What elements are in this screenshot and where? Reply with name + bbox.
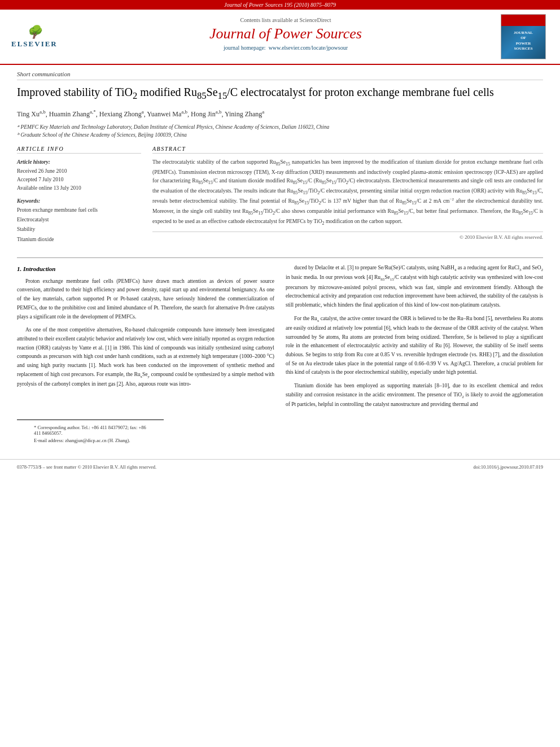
footnotes-block: * Corresponding author. Tel.: +86 411 84… (17, 420, 164, 448)
affiliation-b: ᵇ Graduate School of the Chinese Academy… (17, 131, 543, 139)
body-right-column: duced by Delacôte et al. [3] to prepare … (286, 264, 543, 414)
abstract-body: The electrocatalytic stability of the ca… (152, 158, 543, 227)
issn-line: 0378-7753/$ – see front matter © 2010 El… (17, 464, 156, 470)
intro-heading: 1. Introduction (17, 264, 274, 274)
affiliations-block: ᵃ PEMFC Key Materials and Technology Lab… (17, 123, 543, 139)
intro-paragraph-3: For the Rux catalyst, the active center … (286, 314, 543, 377)
elsevier-logo: 🌳 ELSEVIER (11, 25, 58, 49)
keyword-3: Stability (17, 225, 141, 234)
copyright-line: © 2010 Elsevier B.V. All rights reserved… (152, 231, 543, 240)
page: Journal of Power Sources 195 (2010) 8075… (0, 0, 560, 747)
journal-citation-bar: Journal of Power Sources 195 (2010) 8075… (0, 0, 560, 10)
article-info-column: ARTICLE INFO Article history: Received 2… (17, 146, 141, 248)
abstract-column: ABSTRACT The electrocatalytic stability … (152, 146, 543, 248)
footnotes-section: * Corresponding author. Tel.: +86 411 84… (17, 414, 543, 448)
article-info-abstract-section: ARTICLE INFO Article history: Received 2… (17, 146, 543, 248)
email-note: E-mail address: zhangjun@dicp.ac.cn (H. … (34, 438, 147, 443)
journal-header: 🌳 ELSEVIER Contents lists available at S… (0, 10, 560, 65)
journal-title: Journal of Power Sources (79, 25, 492, 42)
page-footer: 0378-7753/$ – see front matter © 2010 El… (0, 459, 560, 474)
keywords-label: Keywords: (17, 197, 141, 206)
homepage-url: www.elsevier.com/locate/jpowsour (269, 45, 348, 51)
main-content: Short communication Improved stability o… (0, 65, 560, 459)
body-text-section: 1. Introduction Proton exchange membrane… (17, 264, 543, 414)
intro-paragraph-2-cont: duced by Delacôte et al. [3] to prepare … (286, 264, 543, 310)
corresponding-author-note: * Corresponding author. Tel.: +86 411 84… (34, 425, 147, 436)
keyword-4: Titanium dioxide (17, 235, 141, 244)
elsevier-tree-icon: 🌳 (11, 25, 58, 40)
sciencedirect-line: Contents lists available at ScienceDirec… (79, 17, 492, 23)
elsevier-name: ELSEVIER (11, 40, 58, 48)
received-date: Received 26 June 2010 (17, 167, 141, 176)
intro-paragraph-2: As one of the most competitive alternati… (17, 326, 274, 388)
body-left-column: 1. Introduction Proton exchange membrane… (17, 264, 274, 414)
accepted-date: Accepted 7 July 2010 (17, 176, 141, 184)
intro-paragraph-1: Proton exchange membrane fuel cells (PEM… (17, 277, 274, 321)
journal-citation-text: Journal of Power Sources 195 (2010) 8075… (224, 2, 336, 8)
article-info-title: ARTICLE INFO (17, 146, 141, 154)
paper-title: Improved stability of TiO2 modified Ru85… (17, 85, 543, 102)
doi-line: doi:10.1016/j.jpowsour.2010.07.019 (474, 464, 544, 470)
keyword-2: Electrocatalyst (17, 215, 141, 225)
history-label: Article history: (17, 158, 141, 167)
affiliation-a: ᵃ PEMFC Key Materials and Technology Lab… (17, 123, 543, 131)
keywords-group: Keywords: Proton exchange membrane fuel … (17, 197, 141, 244)
article-history: Article history: Received 26 June 2010 A… (17, 158, 141, 193)
journal-cover-image: JOURNALOFPOWERSOURCES (501, 14, 546, 59)
cover-text: JOURNALOFPOWERSOURCES (514, 30, 533, 51)
intro-paragraph-4: Titanium dioxide has been employed as su… (286, 382, 543, 409)
section-divider (17, 257, 543, 258)
authors-line: Ting Xua,b, Huamin Zhanga,*, Hexiang Zho… (17, 108, 543, 120)
abstract-title: ABSTRACT (152, 146, 543, 154)
publisher-logo-area: 🌳 ELSEVIER (11, 14, 73, 59)
journal-cover-area: JOURNALOFPOWERSOURCES (498, 14, 549, 59)
article-info-content: Article history: Received 26 June 2010 A… (17, 158, 141, 244)
article-type-label: Short communication (17, 71, 543, 80)
homepage-label: journal homepage: (224, 45, 266, 51)
available-date: Available online 13 July 2010 (17, 184, 141, 193)
contents-label: Contents lists available at ScienceDirec… (240, 17, 331, 23)
journal-homepage-line: journal homepage: www.elsevier.com/locat… (79, 45, 492, 51)
keyword-1: Proton exchange membrane fuel cells (17, 206, 141, 215)
journal-title-area: Contents lists available at ScienceDirec… (79, 14, 492, 59)
keywords-list: Proton exchange membrane fuel cells Elec… (17, 206, 141, 244)
